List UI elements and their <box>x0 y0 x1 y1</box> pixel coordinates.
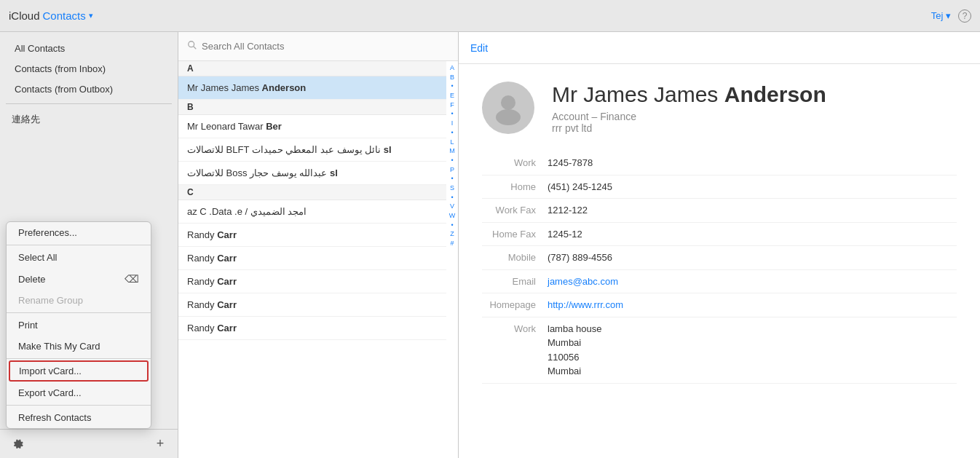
menu-item-rename-group: Rename Group <box>7 290 151 311</box>
gear-button[interactable] <box>9 435 26 453</box>
alpha-b[interactable]: B <box>450 74 454 82</box>
svg-point-3 <box>496 109 521 125</box>
menu-item-select-all[interactable]: Select All <box>7 247 151 268</box>
menu-item-import-vcard[interactable]: Import vCard... <box>9 360 149 382</box>
alpha-dot-4: • <box>451 157 453 165</box>
contacts-chevron-icon[interactable]: ▾ <box>89 11 93 20</box>
search-icon <box>187 40 197 52</box>
help-icon[interactable]: ? <box>958 9 971 23</box>
field-homepage: Homepage http://www.rrr.com <box>482 293 957 317</box>
contact-list-main: A Mr James James Anderson B Mr Leonard T… <box>178 61 446 458</box>
alpha-m[interactable]: M <box>449 147 455 156</box>
field-value-work-address: lamba house Mumbai 110056 Mumbai <box>548 322 601 379</box>
contact-row[interactable]: للاتصالات BLFT نائل يوسف عبد المعطي حميد… <box>178 138 446 162</box>
alpha-a[interactable]: A <box>450 64 454 73</box>
menu-item-make-my-card[interactable]: Make This My Card <box>7 336 151 357</box>
add-contact-button[interactable]: + <box>151 435 169 453</box>
contact-company: rrr pvt ltd <box>552 122 826 134</box>
field-label-work-fax: Work Fax <box>482 203 548 218</box>
detail-toolbar: Edit <box>459 32 980 64</box>
alpha-dot-3: • <box>451 129 453 138</box>
detail-fields: Work 1245-7878 Home (451) 245-1245 Work … <box>482 151 957 384</box>
sidebar-item-all-contacts[interactable]: All Contacts <box>3 39 175 58</box>
menu-item-print[interactable]: Print <box>7 315 151 336</box>
sidebar-group-japanese[interactable]: 連絡先 <box>0 108 178 130</box>
menu-item-export-vcard[interactable]: Export vCard... <box>7 382 151 403</box>
alpha-i[interactable]: I <box>451 119 454 128</box>
sidebar-item-contacts-outbox[interactable]: Contacts (from Outbox) <box>3 79 175 99</box>
alpha-dot-6: • <box>451 194 453 202</box>
field-value-homepage[interactable]: http://www.rrr.com <box>548 298 623 312</box>
avatar <box>482 82 534 134</box>
field-value-email[interactable]: james@abc.com <box>548 275 618 289</box>
contact-row[interactable]: Mr James James Anderson <box>178 76 446 100</box>
contact-header: Mr James James Anderson Account – Financ… <box>482 82 957 134</box>
alphabet-index: A B • E F • I • L M • P • S • V W • Z # <box>446 61 458 458</box>
top-bar-left: iCloud Contacts ▾ <box>9 9 93 22</box>
contact-name-block: Mr James James Anderson Account – Financ… <box>552 82 826 134</box>
contact-row[interactable]: Mr Leonard Tawar Ber <box>178 115 446 138</box>
detail-panel: Edit Mr James James Anderson Account – F… <box>459 32 980 458</box>
alpha-hash[interactable]: # <box>450 240 454 248</box>
alpha-l[interactable]: L <box>450 138 454 147</box>
menu-item-delete[interactable]: Delete ⌫ <box>7 268 151 290</box>
field-label-email: Email <box>482 275 548 289</box>
menu-divider-4 <box>7 405 151 406</box>
context-menu: Preferences... Select All Delete ⌫ Renam… <box>6 221 151 429</box>
alpha-s[interactable]: S <box>450 184 454 193</box>
contact-full-name: Mr James James Anderson <box>552 82 826 108</box>
field-value-home-phone: (451) 245-1245 <box>548 180 612 194</box>
field-value-work-phone: 1245-7878 <box>548 156 593 170</box>
letter-header-a: A <box>178 61 446 76</box>
contact-subtitle: Account – Finance <box>552 111 826 122</box>
alpha-f[interactable]: F <box>450 101 454 110</box>
svg-line-1 <box>194 47 197 50</box>
menu-divider-1 <box>7 245 151 245</box>
letter-header-c: C <box>178 185 446 200</box>
contact-row[interactable]: Randy Carr <box>178 224 446 247</box>
field-label-home-fax: Home Fax <box>482 227 548 242</box>
contacts-label[interactable]: Contacts <box>43 9 86 22</box>
alpha-dot-7: • <box>451 221 453 230</box>
main-layout: All Contacts Contacts (from Inbox) Conta… <box>0 32 980 458</box>
top-bar-right: Tej ▾ ? <box>931 9 971 23</box>
contact-row[interactable]: az C .Data .e / امجد الضميدي <box>178 200 446 224</box>
contact-row[interactable]: للاتصالات Boss عبدالله يوسف حجار sl <box>178 162 446 185</box>
contact-list: A Mr James James Anderson B Mr Leonard T… <box>178 32 459 458</box>
alpha-v[interactable]: V <box>450 202 454 211</box>
field-value-home-fax: 1245-12 <box>548 227 582 242</box>
edit-button[interactable]: Edit <box>470 42 488 54</box>
sidebar-bottom: + <box>0 429 178 458</box>
detail-body: Mr James James Anderson Account – Financ… <box>459 64 980 458</box>
user-label[interactable]: Tej ▾ <box>931 10 951 21</box>
search-input[interactable] <box>202 41 449 52</box>
field-email: Email james@abc.com <box>482 270 957 294</box>
field-home-phone: Home (451) 245-1245 <box>482 175 957 200</box>
top-bar: iCloud Contacts ▾ Tej ▾ ? <box>0 0 980 32</box>
alpha-z[interactable]: Z <box>450 230 454 239</box>
alpha-w[interactable]: W <box>449 212 456 221</box>
field-value-mobile: (787) 889-4556 <box>548 250 612 265</box>
alpha-e[interactable]: E <box>450 92 454 100</box>
letter-header-b: B <box>178 100 446 115</box>
menu-divider-3 <box>7 358 151 359</box>
field-label-mobile: Mobile <box>482 250 548 265</box>
svg-point-2 <box>501 95 515 110</box>
field-label-homepage: Homepage <box>482 298 548 312</box>
field-label-work: Work <box>482 156 548 170</box>
menu-item-refresh-contacts[interactable]: Refresh Contacts <box>7 407 151 428</box>
alpha-p[interactable]: P <box>450 166 454 175</box>
alpha-dot-2: • <box>451 110 453 119</box>
field-label-work-address: Work <box>482 322 548 336</box>
contact-row[interactable]: Randy Carr <box>178 317 446 340</box>
field-mobile: Mobile (787) 889-4556 <box>482 246 957 270</box>
menu-item-preferences[interactable]: Preferences... <box>7 222 151 243</box>
contact-row[interactable]: Randy Carr <box>178 247 446 270</box>
svg-point-0 <box>189 42 194 47</box>
contact-list-body: A Mr James James Anderson B Mr Leonard T… <box>178 61 458 458</box>
contact-row[interactable]: Randy Carr <box>178 293 446 317</box>
sidebar: All Contacts Contacts (from Inbox) Conta… <box>0 32 178 458</box>
sidebar-item-contacts-inbox[interactable]: Contacts (from Inbox) <box>3 59 175 79</box>
sidebar-divider <box>6 103 172 104</box>
contact-row[interactable]: Randy Carr <box>178 270 446 293</box>
